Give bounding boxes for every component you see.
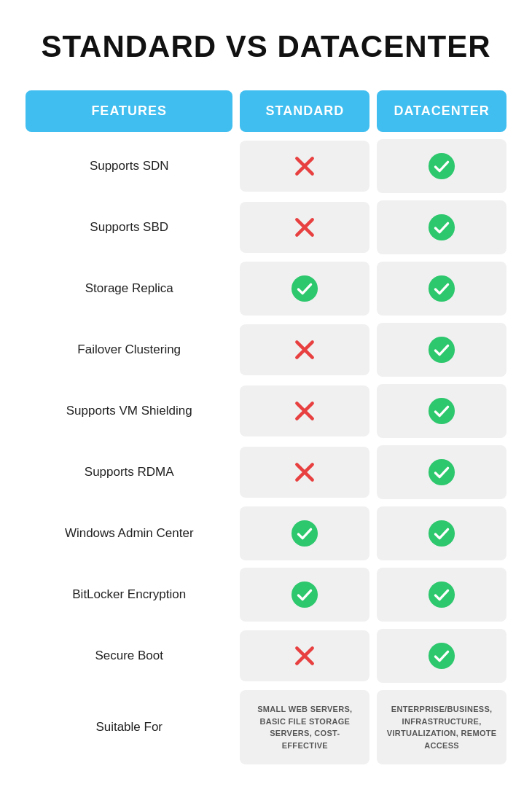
table-row: Failover Clustering <box>26 323 506 377</box>
datacenter-cell <box>377 445 506 499</box>
datacenter-cell <box>377 568 506 622</box>
standard-cell <box>240 202 369 253</box>
datacenter-cell <box>377 200 506 254</box>
table-row: Supports RDMA <box>26 445 506 499</box>
comparison-table: FEATURES STANDARD DATACENTER Supports SD… <box>26 90 506 772</box>
suitable-standard-text: SMALL WEB SERVERS, BASIC FILE STORAGE SE… <box>247 703 362 751</box>
svg-point-16 <box>429 459 455 485</box>
datacenter-cell <box>377 629 506 683</box>
svg-point-6 <box>292 275 318 302</box>
datacenter-cell <box>377 139 506 193</box>
svg-point-2 <box>429 153 455 179</box>
datacenter-header: DATACENTER <box>377 90 506 132</box>
standard-cell <box>240 324 369 375</box>
feature-label: Supports VM Shielding <box>26 396 232 426</box>
svg-point-7 <box>429 275 455 302</box>
svg-point-18 <box>429 520 455 547</box>
standard-cell <box>240 141 369 192</box>
svg-point-23 <box>429 643 455 669</box>
suitable-datacenter-text: ENTERPRISE/BUSINESS, INFRASTRUCTURE, VIR… <box>384 703 499 751</box>
feature-label: Suitable For <box>26 713 232 742</box>
table-row: Secure Boot <box>26 629 506 683</box>
table-row: Storage Replica <box>26 262 506 316</box>
datacenter-cell <box>377 384 506 438</box>
datacenter-cell <box>377 262 506 316</box>
svg-point-19 <box>292 582 318 608</box>
svg-point-20 <box>429 582 455 608</box>
table-header: FEATURES STANDARD DATACENTER <box>26 90 506 132</box>
standard-cell <box>240 506 369 560</box>
standard-cell <box>240 262 369 316</box>
features-header: FEATURES <box>26 90 232 132</box>
table-row: Suitable ForSMALL WEB SERVERS, BASIC FIL… <box>26 690 506 764</box>
table-body: Supports SDN Supports SBD Storage Replic… <box>26 139 506 764</box>
table-row: BitLocker Encryption <box>26 568 506 622</box>
feature-label: Supports RDMA <box>26 458 232 487</box>
feature-label: Failover Clustering <box>26 335 232 364</box>
svg-point-13 <box>429 398 455 424</box>
standard-cell <box>240 568 369 622</box>
svg-point-10 <box>429 337 455 363</box>
standard-cell <box>240 630 369 681</box>
feature-label: Supports SBD <box>26 213 232 242</box>
feature-label: Storage Replica <box>26 274 232 303</box>
svg-point-17 <box>292 520 318 547</box>
datacenter-cell <box>377 506 506 560</box>
table-row: Supports SBD <box>26 200 506 254</box>
table-row: Windows Admin Center <box>26 506 506 560</box>
table-row: Supports SDN <box>26 139 506 193</box>
standard-cell <box>240 385 369 436</box>
feature-label: Supports SDN <box>26 152 232 181</box>
page-title: STANDARD VS DATACENTER <box>42 29 491 64</box>
feature-label: Secure Boot <box>26 641 232 670</box>
standard-cell <box>240 447 369 498</box>
datacenter-cell <box>377 323 506 377</box>
standard-cell: SMALL WEB SERVERS, BASIC FILE STORAGE SE… <box>240 690 369 764</box>
standard-header: STANDARD <box>240 90 369 132</box>
feature-label: Windows Admin Center <box>26 519 232 548</box>
svg-point-5 <box>429 214 455 240</box>
table-row: Supports VM Shielding <box>26 384 506 438</box>
datacenter-cell: ENTERPRISE/BUSINESS, INFRASTRUCTURE, VIR… <box>377 690 506 764</box>
feature-label: BitLocker Encryption <box>26 580 232 609</box>
